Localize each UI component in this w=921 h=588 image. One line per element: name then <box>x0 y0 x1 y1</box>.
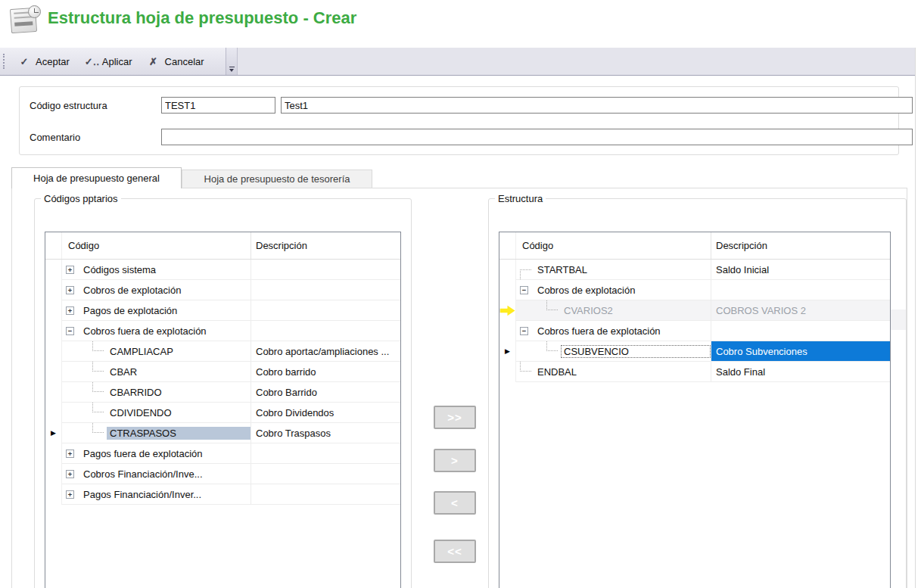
tree-row[interactable]: +Pagos fuera de explotación <box>45 443 400 464</box>
tree-cell-code[interactable]: CSUBVENCIO <box>516 341 711 361</box>
tree-row[interactable]: CBARCobro barrido <box>45 362 400 382</box>
tab-general-budget-sheet[interactable]: Hoja de presupuesto general <box>11 167 182 188</box>
tree-code-label[interactable]: Cobros de explotación <box>534 284 638 297</box>
tree-cell-desc[interactable] <box>251 260 400 279</box>
tree-cell-code[interactable]: CVARIOS2 <box>516 300 711 320</box>
tree-code-label[interactable]: Cobros de explotación <box>80 284 184 297</box>
tree-cell-code[interactable]: +Cobros de explotación <box>62 280 251 300</box>
tree-cell-desc[interactable]: Cobro aportac/ampliaciones ... <box>251 341 400 361</box>
move-all-left-button[interactable]: << <box>434 540 476 563</box>
tree-code-label[interactable]: Pagos de explotación <box>80 304 180 317</box>
tree-cell-desc[interactable] <box>251 300 400 320</box>
tree-row[interactable]: CVARIOS2COBROS VARIOS 2 <box>499 300 890 321</box>
tree-row[interactable]: +Cobros Financiación/Inve... <box>45 464 400 484</box>
tree-code-label[interactable]: Códigos sistema <box>80 263 159 276</box>
expand-icon[interactable]: + <box>66 286 74 294</box>
structure-tree[interactable]: Código Descripción STARTBALSaldo Inicial… <box>499 232 891 588</box>
comment-input[interactable] <box>161 129 913 145</box>
tree-cell-desc[interactable] <box>711 280 890 300</box>
tree-code-label[interactable]: Cobros fuera de explotación <box>534 325 664 338</box>
tree-header-descripcion[interactable]: Descripción <box>711 232 890 259</box>
expand-icon[interactable]: + <box>66 470 74 478</box>
tree-code-label[interactable]: CTRASPASOS <box>107 427 250 440</box>
tree-cell-desc[interactable]: COBROS VARIOS 2 <box>711 300 890 320</box>
cancel-button[interactable]: ✗ Cancelar <box>140 53 212 70</box>
tree-code-label[interactable]: Cobros fuera de explotación <box>80 325 210 338</box>
tree-code-label[interactable]: CDIVIDENDO <box>107 406 175 419</box>
collapse-icon[interactable]: − <box>66 327 74 335</box>
tree-row[interactable]: −Cobros fuera de explotación <box>45 321 400 341</box>
tree-cell-desc[interactable]: Cobro Traspasos <box>251 423 400 443</box>
tree-row[interactable]: ▶CTRASPASOSCobro Traspasos <box>45 423 400 443</box>
tree-row[interactable]: CDIVIDENDOCobro Dividendos <box>45 403 400 423</box>
tree-cell-code[interactable]: ENDBAL <box>516 362 711 381</box>
tree-row[interactable]: STARTBALSaldo Inicial <box>499 260 890 280</box>
budget-codes-tree[interactable]: Código Descripción +Códigos sistema+Cobr… <box>45 232 401 588</box>
tree-header-codigo[interactable]: Código <box>62 232 251 259</box>
expand-icon[interactable]: + <box>66 266 74 274</box>
tree-cell-desc[interactable] <box>711 321 890 341</box>
tree-row[interactable]: ▶CSUBVENCIOCobro Subvenciones <box>499 341 890 362</box>
accept-button[interactable]: ✓ Aceptar <box>11 53 77 70</box>
tree-cell-desc[interactable] <box>251 464 400 484</box>
tree-cell-desc[interactable] <box>251 443 400 463</box>
tree-cell-code[interactable]: CBARRIDO <box>62 382 251 402</box>
tree-row[interactable]: +Pagos de explotación <box>45 300 400 321</box>
move-left-button[interactable]: < <box>434 491 476 515</box>
tree-cell-desc[interactable] <box>251 321 400 341</box>
tab-treasury-budget-sheet[interactable]: Hoja de presupuesto de tesorería <box>182 170 372 188</box>
tree-code-label[interactable]: Pagos fuera de explotación <box>80 447 206 460</box>
tree-row[interactable]: −Cobros fuera de explotación <box>499 321 890 341</box>
move-right-button[interactable]: > <box>434 449 476 472</box>
toolbar-grip-handle[interactable] <box>3 54 5 69</box>
structure-name-input[interactable] <box>281 97 913 114</box>
tree-cell-code[interactable]: +Pagos fuera de explotación <box>62 443 251 463</box>
tree-cell-code[interactable]: CDIVIDENDO <box>62 403 251 422</box>
tree-cell-desc[interactable]: Saldo Inicial <box>711 260 890 279</box>
structure-code-input[interactable] <box>161 97 275 114</box>
tree-code-label[interactable]: CAMPLIACAP <box>107 345 176 358</box>
expand-icon[interactable]: + <box>66 450 74 458</box>
expand-icon[interactable]: + <box>66 490 74 499</box>
tree-row[interactable]: −Cobros de explotación <box>499 280 890 300</box>
tree-cell-code[interactable]: +Cobros Financiación/Inve... <box>62 464 251 484</box>
tree-cell-desc[interactable]: Cobro Dividendos <box>251 403 400 422</box>
tree-cell-code[interactable]: −Cobros fuera de explotación <box>62 321 251 341</box>
tree-cell-desc[interactable]: Saldo Final <box>711 362 890 381</box>
tree-cell-code[interactable]: −Cobros fuera de explotación <box>516 321 711 341</box>
tree-code-label[interactable]: ENDBAL <box>534 366 580 378</box>
tree-header-codigo[interactable]: Código <box>516 232 711 259</box>
tree-code-label[interactable]: Cobros Financiación/Inve... <box>80 468 206 481</box>
tree-row[interactable]: +Códigos sistema <box>45 260 400 280</box>
expand-icon[interactable]: + <box>66 306 74 315</box>
tree-header-descripcion[interactable]: Descripción <box>251 232 400 259</box>
collapse-icon[interactable]: − <box>520 327 528 335</box>
tree-cell-code[interactable]: +Pagos de explotación <box>62 300 251 320</box>
tree-cell-desc[interactable] <box>251 484 400 504</box>
tree-code-label[interactable]: STARTBAL <box>534 263 590 276</box>
apply-button[interactable]: ✓‥ Aplicar <box>77 53 140 70</box>
tree-code-label[interactable]: CVARIOS2 <box>561 304 616 317</box>
tree-cell-code[interactable]: CAMPLIACAP <box>62 341 251 361</box>
tree-cell-code[interactable]: CTRASPASOS <box>62 423 251 443</box>
tree-cell-code[interactable]: −Cobros de explotación <box>516 280 711 300</box>
tree-cell-desc[interactable]: Cobro Subvenciones <box>711 341 890 361</box>
tree-row[interactable]: CBARRIDOCobro Barrido <box>45 382 400 403</box>
tree-code-label[interactable]: CBAR <box>107 366 140 378</box>
tree-cell-code[interactable]: +Códigos sistema <box>62 260 251 279</box>
collapse-icon[interactable]: − <box>520 286 528 294</box>
tree-row[interactable]: +Pagos Financiación/Inver... <box>45 484 400 505</box>
tree-cell-desc[interactable] <box>251 280 400 300</box>
toolbar-overflow-button[interactable] <box>226 48 237 75</box>
tree-cell-desc[interactable]: Cobro barrido <box>251 362 400 381</box>
move-all-right-button[interactable]: >> <box>434 406 476 429</box>
tree-cell-code[interactable]: +Pagos Financiación/Inver... <box>62 484 251 504</box>
tree-cell-desc[interactable]: Cobro Barrido <box>251 382 400 402</box>
tree-code-label[interactable]: CSUBVENCIO <box>561 345 711 358</box>
tree-row[interactable]: ENDBALSaldo Final <box>499 362 890 382</box>
tree-code-label[interactable]: CBARRIDO <box>107 386 165 399</box>
tree-row[interactable]: +Cobros de explotación <box>45 280 400 300</box>
tree-cell-code[interactable]: STARTBAL <box>516 260 711 279</box>
tree-code-label[interactable]: Pagos Financiación/Inver... <box>80 488 204 501</box>
tree-row[interactable]: CAMPLIACAPCobro aportac/ampliaciones ... <box>45 341 400 362</box>
